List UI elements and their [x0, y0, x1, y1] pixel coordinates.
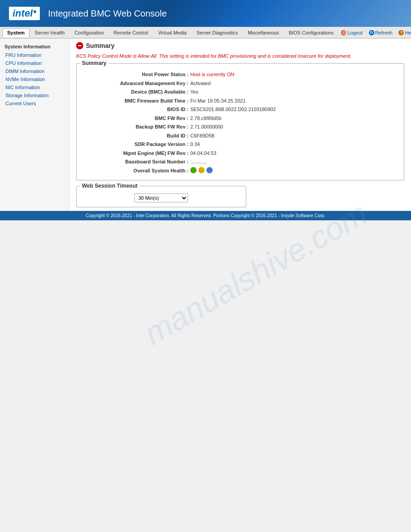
sidebar: System Information FRU Information CPU I…	[0, 39, 69, 211]
tab-server-health[interactable]: Server Health	[30, 28, 69, 37]
label-build-id: Build ID :	[81, 132, 188, 140]
sidebar-item-storage[interactable]: Storage Information	[0, 91, 69, 99]
label-fw-build-time: BMC Firmware Build Time :	[81, 97, 188, 105]
label-bmc-fw-rev: BMC FW Rev :	[81, 115, 188, 122]
label-host-power: Host Power Status :	[81, 71, 188, 78]
value-mgmt-key: Activated	[190, 80, 210, 87]
sidebar-item-nic[interactable]: NIC Information	[0, 83, 69, 91]
value-serial-number: :...........	[190, 158, 207, 166]
footer-text: Copyright © 2016-2021 - Intel Corporatio…	[86, 213, 325, 218]
summary-icon	[76, 42, 83, 49]
logout-button[interactable]: ⏻ Logout	[338, 29, 365, 36]
label-mgmt-key: Advanced Management Key :	[81, 80, 188, 87]
label-backup-bmc-fw-rev: Backup BMC FW Rev :	[81, 123, 188, 131]
value-me-fw-rev: 04.04.04.53	[190, 150, 216, 157]
row-mgmt-key: Advanced Management Key : Activated	[81, 80, 399, 87]
session-timeout-select[interactable]: 30 Min(s) 15 Min(s) 45 Min(s) 60 Min(s) …	[134, 193, 188, 202]
tab-remote-control[interactable]: Remote Control	[109, 28, 153, 37]
row-build-id: Build ID : C6F89D5B	[81, 132, 399, 140]
session-content: 30 Min(s) 15 Min(s) 45 Min(s) 60 Min(s) …	[77, 186, 246, 207]
value-sdr-version: 0.34	[190, 141, 200, 148]
refresh-button[interactable]: ↻ Refresh	[366, 29, 395, 36]
intel-logo: intel	[9, 7, 40, 20]
session-timeout-title: Web Session Timeout	[80, 183, 139, 189]
help-button[interactable]: ? Help	[396, 29, 411, 36]
health-dot-blue	[206, 167, 213, 173]
tab-system[interactable]: System	[2, 28, 30, 37]
row-me-fw-rev: Mgmt Engine (ME) FW Rev : 04.04.04.53	[81, 150, 399, 157]
sidebar-item-nvme[interactable]: NVMe Information	[0, 75, 69, 83]
summary-box-title: Summary	[80, 60, 108, 66]
label-serial-number: Baseboard Serial Number :	[81, 158, 188, 166]
health-indicators	[190, 167, 213, 175]
value-backup-bmc-fw-rev: 2.71.00000000	[190, 123, 223, 131]
row-sdr-version: SDR Package Version : 0.34	[81, 141, 399, 148]
label-bios-id: BIOS ID :	[81, 106, 188, 113]
footer: Copyright © 2016-2021 - Intel Corporatio…	[0, 211, 411, 220]
nav-bar: System Server Health Configuration Remot…	[0, 27, 411, 39]
main-container: System Information FRU Information CPU I…	[0, 39, 411, 211]
sidebar-item-cpu[interactable]: CPU Information	[0, 59, 69, 67]
value-bmc-fw-rev: 2.78.c6f89d5b	[190, 115, 222, 122]
health-dot-green	[190, 167, 197, 173]
label-sdr-version: SDR Package Version :	[81, 141, 188, 148]
value-device-available: Yes	[190, 88, 198, 96]
value-build-id: C6F89D5B	[190, 132, 214, 140]
sidebar-item-current-users[interactable]: Current Users	[0, 99, 69, 107]
session-timeout-box: Web Session Timeout 30 Min(s) 15 Min(s) …	[76, 186, 246, 207]
row-bmc-fw-rev: BMC FW Rev : 2.78.c6f89d5b	[81, 115, 399, 122]
row-host-power: Host Power Status : Host is currently ON	[81, 71, 399, 78]
row-backup-bmc-fw-rev: Backup BMC FW Rev : 2.71.00000000	[81, 123, 399, 131]
header-title: Integrated BMC Web Console	[48, 9, 167, 19]
page-title: Summary	[86, 42, 115, 49]
warning-message: KCS Policy Control Mode is Allow All. Th…	[76, 53, 404, 60]
tab-virtual-media[interactable]: Virtual Media	[153, 28, 192, 37]
value-bios-id: SE5C6201.86B.0022.D02.2103180902	[190, 106, 276, 113]
page-header: Summary	[76, 42, 404, 49]
sidebar-section-title: System Information	[0, 42, 69, 51]
label-me-fw-rev: Mgmt Engine (ME) FW Rev :	[81, 150, 188, 157]
logo-area: intel Integrated BMC Web Console	[9, 7, 167, 20]
value-fw-build-time: Fri Mar 19 05:34:25 2021	[190, 97, 246, 105]
row-fw-build-time: BMC Firmware Build Time : Fri Mar 19 05:…	[81, 97, 399, 105]
tab-configuration[interactable]: Configuration	[69, 28, 108, 37]
label-system-health: Overall System Health :	[81, 167, 188, 175]
header: intel Integrated BMC Web Console	[0, 0, 411, 27]
logout-icon: ⏻	[341, 30, 347, 35]
value-host-power: Host is currently ON	[190, 71, 234, 78]
tab-bios-configurations[interactable]: BIOS Configurations	[284, 28, 338, 37]
sidebar-item-dimm[interactable]: DIMM Information	[0, 67, 69, 75]
summary-content: Host Power Status : Host is currently ON…	[77, 64, 404, 180]
row-bios-id: BIOS ID : SE5C6201.86B.0022.D02.21031809…	[81, 106, 399, 113]
tab-server-diagnostics[interactable]: Server Diagnostics	[192, 28, 243, 37]
summary-box: Summary Host Power Status : Host is curr…	[76, 63, 404, 180]
row-device-available: Device (BMC) Available : Yes	[81, 88, 399, 96]
row-system-health: Overall System Health :	[81, 167, 399, 175]
tab-miscellaneous[interactable]: Miscellaneous	[243, 28, 284, 37]
help-icon: ?	[398, 30, 404, 35]
label-device-available: Device (BMC) Available :	[81, 88, 188, 96]
row-serial-number: Baseboard Serial Number : :...........	[81, 158, 399, 166]
refresh-icon: ↻	[369, 30, 374, 35]
sidebar-item-fru[interactable]: FRU Information	[0, 51, 69, 59]
health-dot-yellow	[198, 167, 205, 173]
nav-actions: ⏻ Logout ↻ Refresh ? Help i About	[338, 29, 411, 36]
content-area: Summary KCS Policy Control Mode is Allow…	[69, 39, 411, 211]
